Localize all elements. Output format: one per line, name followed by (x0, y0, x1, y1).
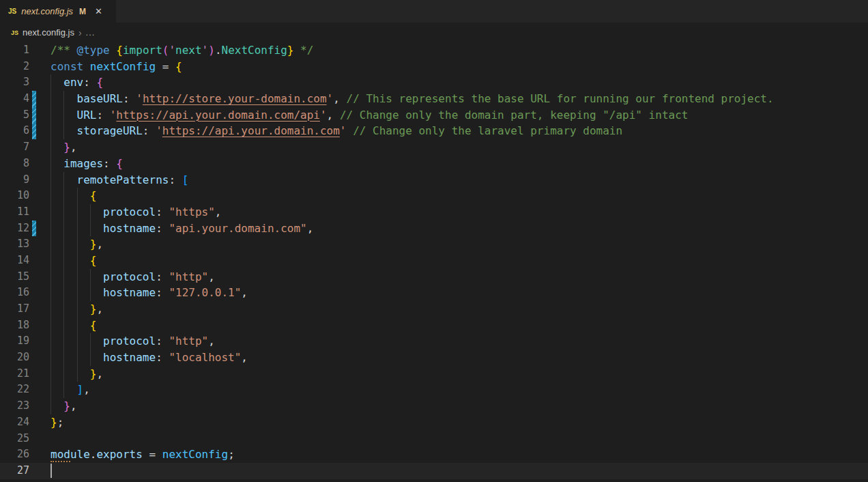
code-line[interactable]: 10 { (0, 188, 868, 204)
code-line[interactable]: 3 env: { (0, 74, 868, 91)
code-text: { (50, 188, 96, 204)
code-text: protocol: "http", (50, 269, 215, 285)
code-text: storageURL: 'https://api.your.domain.com… (50, 123, 622, 139)
code-line[interactable]: 27 (0, 463, 868, 479)
code-text: URL: 'https://api.your.domain.com/api', … (50, 107, 688, 124)
code-text: remotePatterns: [ (50, 172, 188, 188)
code-text: hostname: "127.0.0.1", (50, 285, 248, 301)
tab-title: next.config.js (21, 6, 73, 16)
javascript-file-icon: JS (11, 29, 18, 36)
code-text: hostname: "localhost", (50, 350, 248, 366)
line-number: 3 (0, 74, 29, 91)
vscode-window: JS next.config.js M ✕ JS next.config.js … (0, 0, 868, 482)
code-line[interactable]: 2const nextConfig = { (0, 59, 868, 75)
code-line[interactable]: 26module.exports = nextConfig; (0, 446, 868, 463)
code-line[interactable]: 18 { (0, 317, 868, 334)
line-number: 5 (0, 107, 29, 124)
text-cursor (50, 464, 52, 479)
line-number: 21 (0, 366, 29, 382)
breadcrumb-symbol-ellipsis[interactable]: ... (86, 27, 96, 38)
git-modified-marker[interactable] (32, 91, 36, 107)
line-number: 6 (0, 123, 29, 139)
code-text: ], (50, 382, 90, 398)
code-text: env: { (50, 74, 103, 91)
code-text: baseURL: 'http://store.your-domain.com',… (50, 91, 774, 107)
code-text: images: { (50, 156, 123, 172)
code-line[interactable]: 23 }, (0, 398, 868, 414)
line-number: 12 (0, 221, 29, 237)
code-line[interactable]: 6 storageURL: 'https://api.your.domain.c… (0, 123, 868, 139)
code-line[interactable]: 21 }, (0, 366, 868, 382)
git-modified-marker[interactable] (32, 123, 36, 139)
code-line[interactable]: 15 protocol: "http", (0, 269, 868, 285)
code-text: }, (50, 236, 103, 253)
code-text: }, (50, 139, 77, 156)
code-line[interactable]: 1/** @type {import('next').NextConfig} *… (0, 42, 868, 59)
git-modified-marker[interactable] (32, 107, 36, 124)
git-modified-badge: M (79, 7, 86, 16)
close-icon[interactable]: ✕ (95, 7, 102, 16)
code-text: /** @type {import('next').NextConfig} */ (50, 42, 313, 59)
line-number: 15 (0, 269, 29, 285)
line-number: 7 (0, 139, 29, 156)
line-number: 26 (0, 446, 29, 463)
code-text: { (50, 253, 96, 269)
code-line[interactable]: 24}; (0, 414, 868, 431)
line-number: 23 (0, 398, 29, 414)
line-number: 1 (0, 42, 29, 59)
code-text: }, (50, 398, 77, 414)
code-line[interactable]: 7 }, (0, 139, 868, 156)
line-number: 27 (0, 463, 29, 479)
line-number: 9 (0, 172, 29, 188)
code-text: hostname: "api.your.domain.com", (50, 221, 313, 237)
line-number: 25 (0, 431, 29, 447)
breadcrumb-file[interactable]: next.config.js (23, 27, 74, 38)
line-number: 14 (0, 253, 29, 269)
code-line[interactable]: 14 { (0, 253, 868, 269)
code-text: { (50, 317, 96, 334)
git-modified-marker[interactable] (32, 221, 36, 237)
code-line[interactable]: 5 URL: 'https://api.your.domain.com/api'… (0, 107, 868, 124)
code-text: }; (50, 414, 63, 431)
code-line[interactable]: 20 hostname: "localhost", (0, 350, 868, 366)
code-line[interactable]: 9 remotePatterns: [ (0, 172, 868, 188)
code-line[interactable]: 13 }, (0, 236, 868, 253)
line-number: 18 (0, 317, 29, 334)
code-line[interactable]: 4 baseURL: 'http://store.your-domain.com… (0, 91, 868, 107)
line-number: 10 (0, 188, 29, 204)
line-number: 2 (0, 59, 29, 75)
tab-bar: JS next.config.js M ✕ (0, 0, 868, 23)
line-number: 17 (0, 301, 29, 317)
code-text: module.exports = nextConfig; (50, 446, 235, 463)
code-line[interactable]: 25 (0, 431, 868, 447)
line-number: 8 (0, 156, 29, 172)
code-text: }, (50, 301, 103, 317)
code-line[interactable]: 16 hostname: "127.0.0.1", (0, 285, 868, 301)
line-number: 20 (0, 350, 29, 366)
line-number: 22 (0, 382, 29, 398)
code-text: }, (50, 366, 103, 382)
chevron-right-icon: › (78, 27, 82, 38)
javascript-file-icon: JS (8, 8, 16, 15)
code-text: protocol: "https", (50, 204, 221, 221)
line-number: 13 (0, 236, 29, 253)
code-editor[interactable]: 1/** @type {import('next').NextConfig} *… (0, 42, 868, 482)
code-line[interactable]: 11 protocol: "https", (0, 204, 868, 221)
tab-next-config-js[interactable]: JS next.config.js M ✕ (0, 0, 116, 23)
line-number: 16 (0, 285, 29, 301)
line-number: 19 (0, 333, 29, 350)
code-text: protocol: "http", (50, 333, 215, 350)
line-number: 11 (0, 204, 29, 221)
code-line[interactable]: 12 hostname: "api.your.domain.com", (0, 221, 868, 237)
code-line[interactable]: 22 ], (0, 382, 868, 398)
breadcrumb: JS next.config.js › ... (0, 23, 868, 42)
code-line[interactable]: 17 }, (0, 301, 868, 317)
line-number: 24 (0, 414, 29, 431)
code-line[interactable]: 8 images: { (0, 156, 868, 172)
code-line[interactable]: 19 protocol: "http", (0, 333, 868, 350)
code-text: const nextConfig = { (50, 59, 182, 75)
line-number: 4 (0, 91, 29, 107)
